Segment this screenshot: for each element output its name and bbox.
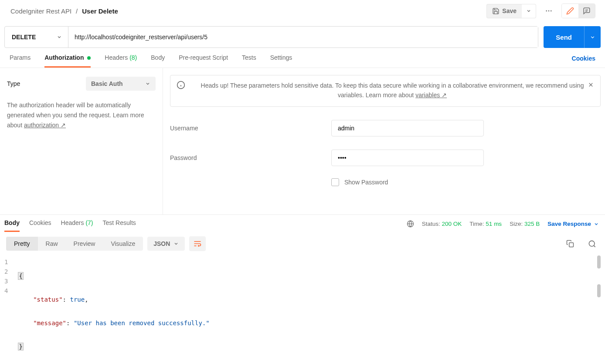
- svg-rect-14: [569, 242, 574, 247]
- save-label: Save: [502, 7, 517, 14]
- chevron-down-icon: [57, 34, 62, 40]
- breadcrumb: CodeIgniter Rest API / User Delete: [10, 7, 118, 15]
- save-button[interactable]: Save: [486, 4, 522, 18]
- method-select[interactable]: DELETE: [5, 27, 68, 48]
- chevron-down-icon: [526, 8, 531, 14]
- response-tab-cookies[interactable]: Cookies: [29, 219, 51, 232]
- auth-type-value: Basic Auth: [91, 80, 123, 87]
- format-select[interactable]: JSON: [147, 237, 185, 251]
- scrollbar-thumb[interactable]: [597, 255, 601, 269]
- comment-button[interactable]: [578, 4, 595, 18]
- tab-headers-label: Headers: [105, 54, 128, 61]
- response-tab-headers[interactable]: Headers (7): [61, 219, 93, 232]
- view-pretty-button[interactable]: Pretty: [6, 237, 38, 251]
- username-label: Username: [170, 125, 331, 132]
- banner-text: Heads up! These parameters hold sensitiv…: [201, 82, 584, 99]
- breadcrumb-collection[interactable]: CodeIgniter Rest API: [10, 7, 71, 15]
- show-password-checkbox[interactable]: [331, 178, 339, 186]
- search-icon: [588, 240, 596, 248]
- send-button[interactable]: Send: [544, 26, 584, 48]
- format-value: JSON: [153, 240, 170, 247]
- svg-point-15: [589, 241, 595, 246]
- view-visualize-button[interactable]: Visualize: [103, 237, 143, 251]
- line-gutter: 1234: [4, 257, 18, 364]
- line-wrap-button[interactable]: [189, 236, 206, 251]
- tab-prerequest[interactable]: Pre-request Script: [179, 54, 228, 68]
- view-toggle: Pretty Raw Preview Visualize: [6, 237, 143, 251]
- ellipsis-icon: [545, 7, 553, 15]
- edit-button[interactable]: [562, 4, 578, 18]
- comment-icon: [583, 7, 591, 15]
- scrollbar-thumb[interactable]: [597, 284, 601, 297]
- chevron-down-icon: [590, 34, 595, 40]
- response-tab-headers-count: (7): [85, 219, 93, 226]
- save-response-button[interactable]: Save Response: [547, 221, 599, 227]
- search-button[interactable]: [585, 237, 599, 251]
- auth-type-label: Type: [7, 80, 20, 87]
- tab-authorization[interactable]: Authorization: [44, 54, 91, 68]
- send-dropdown-button[interactable]: [584, 26, 601, 48]
- pencil-icon: [566, 7, 574, 15]
- breadcrumb-separator: /: [76, 7, 78, 15]
- response-tab-headers-label: Headers: [61, 219, 84, 226]
- close-icon: [588, 82, 594, 88]
- banner-close-button[interactable]: [586, 80, 596, 90]
- tab-body[interactable]: Body: [151, 54, 165, 68]
- tab-params[interactable]: Params: [10, 54, 31, 68]
- auth-type-select[interactable]: Basic Auth: [86, 77, 156, 91]
- response-tab-testresults[interactable]: Test Results: [103, 219, 136, 232]
- view-preview-button[interactable]: Preview: [66, 237, 103, 251]
- tab-headers-count: (8): [129, 54, 137, 61]
- save-icon: [492, 7, 500, 15]
- svg-point-2: [551, 10, 552, 12]
- view-raw-button[interactable]: Raw: [38, 237, 66, 251]
- username-input[interactable]: [331, 120, 484, 136]
- svg-point-0: [546, 10, 547, 12]
- save-dropdown-button[interactable]: [522, 4, 536, 18]
- response-tab-body[interactable]: Body: [4, 219, 20, 232]
- method-value: DELETE: [12, 34, 36, 41]
- svg-line-16: [594, 245, 595, 247]
- tab-settings[interactable]: Settings: [270, 54, 292, 68]
- tab-headers[interactable]: Headers (8): [105, 54, 137, 68]
- chevron-down-icon: [145, 81, 150, 86]
- url-input[interactable]: [68, 27, 538, 48]
- code-content: { "status": true, "message": "User has b…: [18, 257, 209, 364]
- line-wrap-icon: [193, 239, 202, 248]
- sensitive-data-banner: Heads up! These parameters hold sensitiv…: [170, 75, 601, 107]
- copy-button[interactable]: [564, 237, 577, 251]
- time-meta: Time: 51 ms: [469, 221, 502, 227]
- modified-indicator-icon: [87, 56, 91, 60]
- auth-description: The authorization header will be automat…: [7, 100, 156, 130]
- authorization-docs-link[interactable]: authorization ↗: [24, 122, 66, 129]
- globe-icon[interactable]: [407, 220, 414, 228]
- info-icon: [177, 81, 185, 89]
- chevron-down-icon: [594, 221, 599, 227]
- more-options-button[interactable]: [541, 4, 556, 17]
- password-label: Password: [170, 154, 331, 161]
- variables-docs-link[interactable]: variables ↗: [415, 92, 447, 99]
- copy-icon: [566, 240, 574, 248]
- status-meta: Status: 200 OK: [422, 221, 462, 227]
- tab-tests[interactable]: Tests: [242, 54, 256, 68]
- password-input[interactable]: [331, 150, 484, 166]
- cookies-link[interactable]: Cookies: [572, 55, 595, 67]
- size-meta: Size: 325 B: [510, 221, 540, 227]
- svg-point-1: [548, 10, 550, 12]
- breadcrumb-item[interactable]: User Delete: [82, 7, 118, 15]
- tab-authorization-label: Authorization: [44, 54, 84, 61]
- response-body[interactable]: 1234 { "status": true, "message": "User …: [0, 255, 605, 364]
- show-password-label: Show Password: [344, 179, 388, 186]
- chevron-down-icon: [173, 241, 179, 246]
